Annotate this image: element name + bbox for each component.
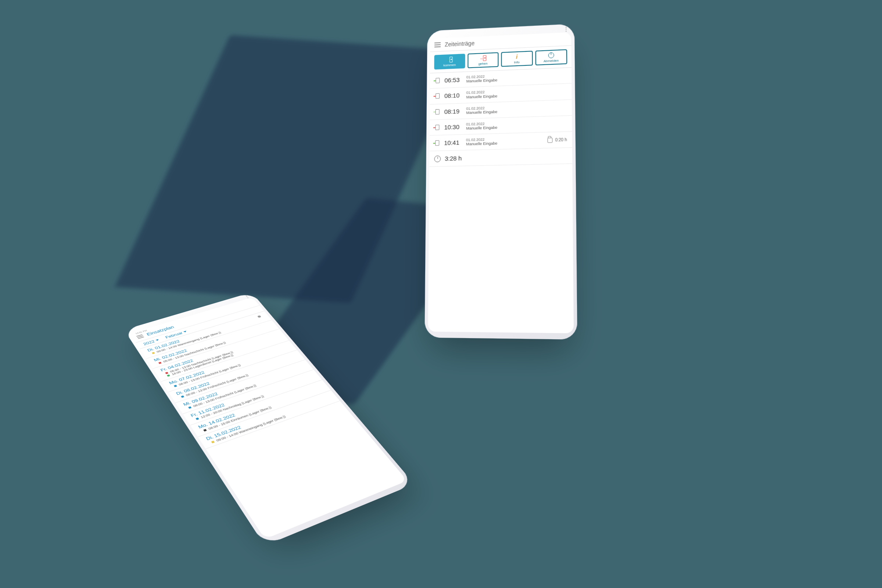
bag-icon (548, 138, 553, 142)
shift-color-icon (174, 385, 177, 387)
shift-color-icon (195, 417, 199, 420)
entry-source: Manuelle Eingabe (466, 110, 497, 115)
entry-meta: 01.02.2022Manuelle Eingabe (466, 121, 497, 131)
door-in-icon (446, 57, 453, 63)
shift-color-icon (167, 375, 170, 376)
info-icon: i (513, 54, 520, 60)
shift-color-icon (203, 429, 207, 432)
entry-source: Manuelle Eingabe (466, 141, 497, 147)
shift-color-icon (152, 352, 155, 354)
entry-time: 06:53 (444, 76, 462, 84)
abmelden-button[interactable]: Abmelden (535, 49, 567, 65)
door-out-icon (434, 124, 440, 130)
status-dot-icon (257, 315, 262, 318)
chevron-down-icon (156, 339, 159, 341)
entry-meta: 01.02.2022Manuelle Eingabe (466, 137, 497, 147)
shift-color-icon (158, 362, 162, 364)
total-value: 3:28 h (445, 155, 462, 162)
menu-icon[interactable] (136, 334, 144, 339)
shift-color-icon (181, 395, 184, 398)
clock-icon (434, 156, 441, 162)
info-button[interactable]: i Info (501, 51, 532, 67)
door-in-icon (435, 109, 440, 115)
entry-source: Manuelle Eingabe (466, 126, 497, 131)
door-out-icon (435, 93, 440, 99)
power-icon (548, 52, 554, 58)
chevron-down-icon (183, 331, 187, 333)
total-row: 3:28 h (429, 148, 572, 167)
entry-time: 10:41 (444, 139, 462, 146)
page-title: Zeiteinträge (445, 40, 474, 48)
entry-meta: 01.02.2022Manuelle Eingabe (466, 105, 497, 116)
entry-source: Manuelle Eingabe (466, 94, 498, 99)
phone-zeiteintraege: ⋮ Zeiteinträge kommen gehen i Info (424, 24, 578, 340)
menu-icon[interactable] (434, 42, 441, 47)
kommen-button[interactable]: kommen (434, 54, 465, 69)
door-in-icon (435, 78, 440, 83)
gehen-button[interactable]: gehen (468, 52, 499, 68)
entry-meta: 01.02.2022Manuelle Eingabe (466, 90, 498, 100)
overflow-menu-icon[interactable]: ⋮ (563, 26, 569, 33)
entry-extra: 0:20 h (548, 137, 567, 142)
entry-source: Manuelle Eingabe (466, 78, 498, 84)
entry-time: 08:10 (444, 92, 462, 100)
entry-time: 08:19 (444, 107, 462, 115)
door-out-icon (480, 55, 486, 61)
entry-meta: 01.02.2022Manuelle Eingabe (466, 74, 498, 84)
shift-color-icon (211, 441, 214, 443)
door-in-icon (434, 140, 440, 146)
entries-list: 06:5301.02.2022Manuelle Eingabe08:1001.0… (430, 68, 572, 152)
shift-color-icon (188, 406, 192, 409)
entry-time: 10:30 (444, 123, 462, 130)
